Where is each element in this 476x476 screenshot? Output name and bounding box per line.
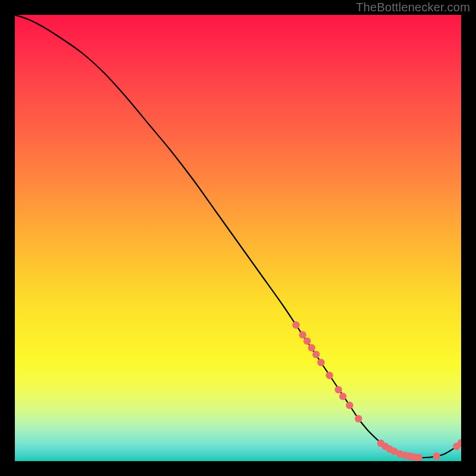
curve-group (15, 15, 461, 458)
data-point (433, 453, 440, 460)
data-point (299, 331, 306, 339)
data-point (317, 359, 324, 366)
data-point (308, 344, 315, 351)
data-point (335, 386, 342, 393)
bottleneck-curve (15, 15, 461, 458)
curve-svg (15, 15, 461, 461)
plot-area (15, 15, 461, 461)
data-point (326, 372, 333, 379)
chart-container: TheBottlenecker.com (0, 0, 476, 476)
data-point (312, 351, 320, 358)
data-point (415, 454, 422, 461)
data-point (346, 402, 353, 409)
data-point (292, 321, 299, 328)
data-point (339, 393, 346, 400)
data-point (303, 337, 311, 345)
watermark-text: TheBottlenecker.com (356, 1, 470, 14)
data-point (355, 415, 362, 422)
points-group (292, 321, 461, 461)
